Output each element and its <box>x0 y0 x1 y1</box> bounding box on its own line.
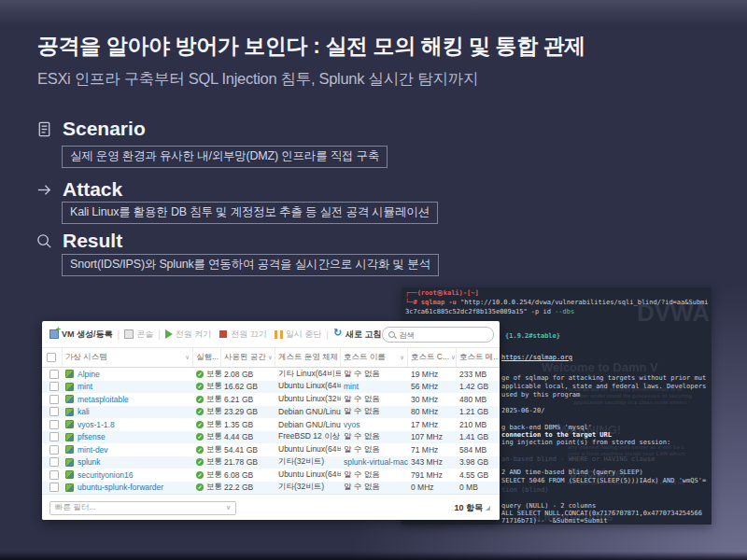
host-cpu: 80 MHz <box>411 407 438 416</box>
terminal-line: 71716b71)-- -&Submit=Submit <box>501 517 608 525</box>
vm-name-link[interactable]: splunk <box>78 457 101 467</box>
vm-name-link[interactable]: mint <box>78 382 92 391</box>
table-row[interactable]: splunk✓보통21.78 GB기타(32비트)splunk-virtual-… <box>42 456 500 469</box>
vm-name-link[interactable]: Alpine <box>78 370 100 379</box>
vm-name-link[interactable]: pfsense <box>78 432 106 441</box>
power-off-icon <box>219 330 227 338</box>
host-name[interactable]: mint <box>344 382 359 391</box>
quick-filter-dropdown[interactable]: 빠른 필터... ∨ <box>49 501 236 515</box>
vm-icon <box>65 383 74 391</box>
host-name[interactable]: vyos <box>344 420 359 429</box>
vm-icon <box>65 370 74 378</box>
suspend-icon <box>275 330 283 339</box>
dvwa-watermark-text: Welcome to Damn V <box>542 360 658 374</box>
status-text: 보통 <box>206 406 221 417</box>
status-ok-icon: ✓ <box>196 396 204 403</box>
terminal-line: └─# sqlmap -u "http://10.0.0.254/dvwa/vu… <box>405 299 709 306</box>
table-row[interactable]: mint✓보통16.62 GBUbuntu Linux(64비...mint56… <box>42 381 500 394</box>
vm-icon <box>65 445 74 454</box>
vm-name-link[interactable]: ubuntu-splunk-forwarder <box>78 483 163 492</box>
table-row[interactable]: ubuntu-splunk-forwarder✓보통22.2 GB기타(32비트… <box>42 482 500 495</box>
used-space: 2.08 GB <box>224 370 253 379</box>
column-header-4[interactable]: 호스트 이름∨ <box>341 348 408 367</box>
vm-icon <box>65 483 74 492</box>
vm-name-link[interactable]: vyos-1-1.8 <box>78 420 115 429</box>
console-icon <box>124 329 134 339</box>
toolbar-button-vm-create[interactable]: VM 생성/등록 <box>49 329 113 341</box>
toolbar-button-power-off[interactable]: 전원 끄기 <box>218 329 267 341</box>
esxi-vm-list-screenshot: VM 생성/등록|콘솔|전원 켜기전원 끄기일시 중단|새로 고침|작업 가상 … <box>42 321 500 520</box>
status-text: 보통 <box>206 482 221 493</box>
host-memory: 1.21 GB <box>459 407 488 416</box>
table-row[interactable]: pfsense✓보통4.44 GBFreeBSD 12 이상 ...알 수 없음… <box>42 431 500 444</box>
search-input[interactable] <box>399 330 487 340</box>
table-row[interactable]: securityonion16✓보통6.08 GBUbuntu Linux(64… <box>42 469 500 482</box>
vm-table-header: 가상 시스템∨실행...∨사용된 공간∨게스트 운영 체제∨호스트 이름∨호스트… <box>42 347 500 368</box>
used-space: 21.78 GB <box>224 457 258 467</box>
status-text: 보통 <box>206 381 221 392</box>
host-name: 알 수 없음 <box>344 406 380 417</box>
select-all-checkbox[interactable] <box>47 353 56 362</box>
row-checkbox[interactable] <box>49 457 59 467</box>
column-header-1[interactable]: 실행...∨ <box>193 348 221 367</box>
terminal-line: SELECT 5046 FROM (SELECT(SLEEP(5)))IAdx)… <box>501 477 706 484</box>
row-checkbox[interactable] <box>49 470 59 480</box>
row-checkbox[interactable] <box>49 483 59 492</box>
column-header-0[interactable]: 가상 시스템∨ <box>63 348 193 367</box>
toolbar-button-label: 새로 고침 <box>345 329 382 341</box>
host-memory: 0 MB <box>459 483 478 492</box>
row-checkbox[interactable] <box>49 395 59 404</box>
resize-grip-icon[interactable] <box>486 506 490 511</box>
item-count: 10 항목 <box>454 502 490 514</box>
toolbar-button-console[interactable]: 콘솔 <box>124 329 153 341</box>
section-attack-description: Kali Linux를 활용한 DB 침투 및 계정정보 추출 등 실전 공격 … <box>62 202 438 224</box>
vm-toolbar: VM 생성/등록|콘솔|전원 켜기전원 끄기일시 중단|새로 고침|작업 <box>42 321 500 347</box>
search-icon <box>388 331 395 338</box>
terminal-line: 2025-06-20/ <box>501 407 544 414</box>
status-ok-icon: ✓ <box>196 471 204 479</box>
host-name[interactable]: splunk-virtual-mac... <box>344 457 408 467</box>
vm-table-footer: 빠른 필터... ∨ 10 항목 <box>42 494 500 520</box>
row-checkbox[interactable] <box>49 432 59 441</box>
row-checkbox[interactable] <box>49 445 59 455</box>
toolbar-button-label: VM 생성/등록 <box>62 329 113 341</box>
chevron-down-icon: ∨ <box>185 354 190 361</box>
terminal-line: tion (blind) <box>501 486 549 494</box>
terminal-line: connection to the target URL <box>501 431 612 439</box>
table-row[interactable]: Alpine✓보통2.08 GB기타 Linux(64비트)알 수 없음19 M… <box>42 368 500 381</box>
chevron-down-icon: ∨ <box>268 354 273 361</box>
row-checkbox[interactable] <box>49 382 59 391</box>
toolbar-button-refresh[interactable]: 새로 고침 <box>333 329 382 341</box>
host-cpu: 17 MHz <box>411 420 438 429</box>
column-header-2[interactable]: 사용된 공간∨ <box>221 348 275 367</box>
table-row[interactable]: vyos-1-1.8✓보통1.35 GBDebian GNU/Linux...v… <box>42 418 500 431</box>
column-header-3[interactable]: 게스트 운영 체제∨ <box>275 348 341 367</box>
column-header-6[interactable]: 호스트 메...∨ <box>457 348 500 367</box>
status-text: 보통 <box>206 444 221 455</box>
host-name: 알 수 없음 <box>344 482 380 493</box>
row-checkbox[interactable] <box>49 407 59 416</box>
chevron-down-icon: ∨ <box>400 354 404 361</box>
terminal-line: https://sqlmap.org <box>501 354 572 361</box>
table-row[interactable]: kali✓보통23.29 GBDebian GNU/Linux...알 수 없음… <box>42 406 500 419</box>
row-checkbox[interactable] <box>49 370 59 379</box>
row-checkbox[interactable] <box>49 420 59 429</box>
vm-icon <box>65 395 74 403</box>
vm-name-link[interactable]: kali <box>78 407 90 416</box>
vm-icon <box>65 458 74 467</box>
status-ok-icon: ✓ <box>196 421 204 428</box>
section-scenario-heading: Scenario <box>35 118 146 140</box>
vm-name-link[interactable]: metasploitable <box>78 395 129 404</box>
vm-search-box[interactable] <box>382 327 494 343</box>
column-header-5[interactable]: 호스트 C...∨ <box>408 348 457 367</box>
host-cpu: 791 MHz <box>411 470 443 480</box>
vm-icon <box>65 408 74 416</box>
toolbar-button-power-on[interactable]: 전원 켜기 <box>165 329 212 341</box>
table-row[interactable]: metasploitable✓보통6.21 GBUbuntu Linux(32비… <box>42 393 500 406</box>
vm-name-link[interactable]: mint-dev <box>78 445 108 455</box>
toolbar-button-suspend[interactable]: 일시 중단 <box>275 329 322 341</box>
vm-name-link[interactable]: securityonion16 <box>78 470 134 480</box>
table-row[interactable]: mint-dev✓보통54.41 GBUbuntu Linux(64비...알 … <box>42 443 500 456</box>
host-memory: 233 MB <box>459 370 486 379</box>
terminal-line: ┌──(root㉿kali)-[~] <box>405 289 479 297</box>
